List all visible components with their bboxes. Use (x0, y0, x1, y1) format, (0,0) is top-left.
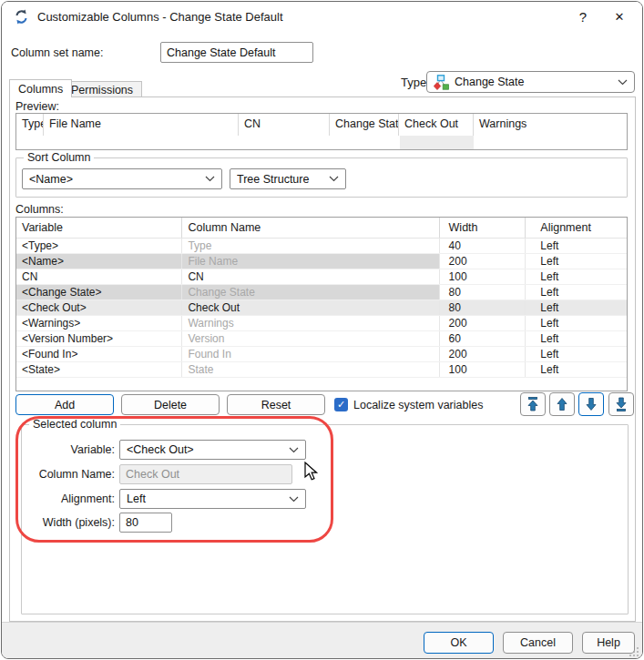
localize-checkbox[interactable]: ✓ (334, 398, 348, 411)
columns-table-row[interactable]: <State>State100Left (16, 362, 627, 378)
variable-cell: <Warnings> (16, 316, 182, 330)
titlebar-close-button[interactable]: ✕ (604, 2, 635, 31)
preview-column-change-state[interactable]: Change State (330, 114, 399, 136)
width-cell: 80 (440, 285, 526, 300)
titlebar-help-button[interactable]: ? (567, 2, 598, 31)
columns-tab-page: Preview: TypeFile NameCNChange StateChec… (9, 96, 636, 622)
alignment-label: Alignment: (24, 492, 115, 505)
window-title: Customizable Columns - Change State Defa… (37, 10, 283, 24)
type-value: Change State (455, 76, 618, 88)
preview-header-row: TypeFile NameCNChange StateCheck OutWarn… (16, 114, 627, 136)
columns-table-row[interactable]: <Name>File Name200Left (16, 254, 627, 269)
chevron-down-icon (289, 496, 299, 503)
app-icon (14, 9, 29, 25)
preview-column-cn[interactable]: CN (239, 114, 330, 136)
variable-cell: <Check Out> (16, 300, 182, 315)
preview-column-type[interactable]: Type (16, 114, 44, 136)
sort-column-group: Sort Column <Name> Tree Structure (15, 157, 628, 198)
columns-table-header: VariableColumn NameWidthAlignment (16, 218, 627, 239)
variable-label: Variable: (24, 443, 115, 456)
column-name-cell: Change State (182, 285, 439, 300)
column-name-cell: CN (182, 269, 439, 284)
preview-label: Preview: (15, 100, 59, 113)
sort-mode-combobox[interactable]: Tree Structure (230, 168, 346, 189)
type-combobox[interactable]: Change State (426, 71, 635, 93)
alignment-cell: Left (526, 316, 627, 330)
column-name-label: Column Name: (24, 468, 115, 481)
column-name-cell: Found In (182, 347, 439, 361)
columns-header-variable[interactable]: Variable (16, 218, 182, 238)
variable-combobox[interactable]: <Check Out> (119, 440, 306, 460)
width-cell: 80 (440, 300, 526, 315)
column-name-cell: Check Out (182, 300, 439, 315)
columns-table-row[interactable]: <Type>Type40Left (16, 239, 627, 254)
preview-column-check-out[interactable]: Check Out (399, 114, 474, 136)
arrow-up-icon (556, 397, 568, 411)
tab-permissions[interactable]: Permissions (62, 81, 142, 97)
preview-column-file-name[interactable]: File Name (44, 114, 239, 136)
sort-column-value: <Name> (29, 173, 205, 186)
localize-checkbox-label: Localize system variables (353, 399, 483, 411)
column-set-name-input[interactable] (160, 42, 313, 63)
columns-header-width[interactable]: Width (440, 218, 526, 238)
chevron-down-icon (205, 176, 215, 182)
preview-column-warnings[interactable]: Warnings (474, 114, 627, 136)
variable-cell: <Type> (16, 239, 182, 253)
variable-cell: <Found In> (16, 347, 182, 361)
width-cell: 200 (440, 254, 526, 269)
width-cell: 100 (440, 362, 526, 377)
width-pixels-input[interactable] (119, 513, 172, 533)
tab-columns[interactable]: Columns (9, 79, 72, 97)
width-cell: 100 (440, 269, 526, 284)
variable-cell: <Name> (16, 254, 182, 269)
columns-header-alignment[interactable]: Alignment (526, 218, 627, 238)
variable-cell: <Change State> (16, 285, 182, 300)
ok-button[interactable]: OK (424, 632, 494, 654)
width-cell: 200 (440, 347, 526, 361)
move-up-button[interactable] (549, 392, 575, 416)
preview-table: TypeFile NameCNChange StateCheck OutWarn… (15, 113, 628, 150)
reset-button[interactable]: Reset (227, 394, 325, 415)
move-bottom-button[interactable] (608, 392, 634, 416)
columns-table-row[interactable]: <Warnings>Warnings200Left (16, 316, 627, 331)
move-down-button[interactable] (578, 392, 604, 416)
columns-header-column-name[interactable]: Column Name (182, 218, 439, 238)
variable-cell: CN (16, 269, 182, 284)
sort-column-group-label: Sort Column (24, 151, 94, 164)
tab-permissions-label: Permissions (71, 84, 133, 96)
alignment-cell: Left (526, 331, 627, 346)
column-set-name-label: Column set name: (11, 46, 103, 59)
sort-mode-value: Tree Structure (237, 173, 329, 186)
change-state-type-icon (434, 75, 449, 90)
footer-bar: OK Cancel Help (2, 622, 642, 659)
columns-table-body: <Type>Type40Left<Name>File Name200LeftCN… (16, 239, 627, 378)
resize-grip-icon[interactable] (629, 646, 639, 657)
column-name-cell: Version (182, 331, 439, 346)
variable-cell: <Version Number> (16, 331, 182, 346)
help-button[interactable]: Help (582, 632, 635, 654)
alignment-combobox[interactable]: Left (119, 489, 306, 509)
column-name-input (119, 464, 292, 484)
delete-button[interactable]: Delete (121, 394, 220, 415)
chevron-down-icon (289, 447, 299, 453)
sort-column-combobox[interactable]: <Name> (22, 168, 222, 189)
alignment-cell: Left (526, 285, 627, 300)
move-top-button[interactable] (520, 392, 546, 416)
add-button[interactable]: Add (15, 394, 114, 415)
columns-table-row[interactable]: <Check Out>Check Out80Left (16, 300, 627, 316)
arrow-to-top-icon (526, 397, 539, 411)
cancel-button[interactable]: Cancel (503, 632, 573, 654)
chevron-down-icon (329, 176, 339, 182)
column-name-cell: File Name (182, 254, 439, 269)
alignment-cell: Left (526, 239, 627, 253)
dialog-window: Customizable Columns - Change State Defa… (1, 1, 643, 659)
column-name-cell: Warnings (182, 316, 439, 330)
mouse-cursor-icon (302, 462, 321, 482)
variable-cell: <State> (16, 362, 182, 377)
width-cell: 200 (440, 316, 526, 330)
columns-table-row[interactable]: <Change State>Change State80Left (16, 285, 627, 300)
columns-table: VariableColumn NameWidthAlignment <Type>… (15, 217, 628, 391)
columns-table-row[interactable]: CNCN100Left (16, 269, 627, 285)
columns-table-row[interactable]: <Version Number>Version60Left (16, 331, 627, 347)
columns-table-row[interactable]: <Found In>Found In200Left (16, 347, 627, 362)
